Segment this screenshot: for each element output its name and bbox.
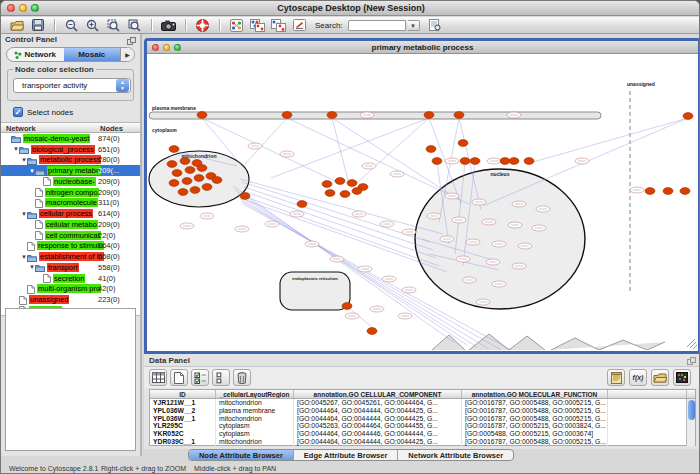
selected-network-node[interactable] bbox=[470, 158, 480, 165]
tree-row[interactable]: ▼metabolic process280(0) bbox=[1, 155, 140, 166]
network-edge[interactable] bbox=[351, 118, 429, 188]
selected-network-node[interactable] bbox=[197, 165, 207, 172]
snapshot-camera-icon[interactable] bbox=[159, 18, 178, 33]
selected-network-node[interactable] bbox=[297, 201, 307, 208]
selected-network-node[interactable] bbox=[194, 175, 204, 182]
zoom-selected-icon[interactable] bbox=[104, 18, 123, 33]
window-titlebar[interactable]: Cytoscape Desktop (New Session) bbox=[1, 1, 700, 16]
tree-row[interactable]: ▼biological_process651(0) bbox=[1, 144, 140, 155]
network-view-titlebar[interactable]: primary metabolic process bbox=[147, 41, 698, 54]
search-dropdown-icon[interactable]: ▼ bbox=[408, 20, 420, 31]
selected-network-node[interactable] bbox=[454, 112, 464, 119]
table-row[interactable]: YDR039C__1mitochondrion[GO:0044464, GO:0… bbox=[150, 438, 695, 446]
create-network-from-selection-icon[interactable] bbox=[248, 18, 267, 33]
selected-network-node[interactable] bbox=[340, 191, 350, 198]
function-builder-icon[interactable]: f(x) bbox=[629, 369, 647, 386]
selected-network-node[interactable] bbox=[190, 187, 200, 194]
table-row[interactable]: YKR052Ccytoplasm[GO:0044464, GO:0044446,… bbox=[150, 430, 695, 438]
network-edge[interactable] bbox=[271, 118, 429, 178]
selected-network-node[interactable] bbox=[202, 184, 212, 191]
selected-network-node[interactable] bbox=[426, 146, 436, 153]
float-panel-icon[interactable] bbox=[127, 31, 136, 49]
selected-network-node[interactable] bbox=[182, 178, 192, 185]
delete-attribute-icon[interactable] bbox=[233, 369, 251, 386]
selected-network-node[interactable] bbox=[342, 303, 352, 310]
close-window-icon[interactable] bbox=[7, 4, 15, 12]
minimize-window-icon[interactable] bbox=[19, 4, 27, 12]
network-manager-icon[interactable] bbox=[227, 18, 246, 33]
table-scrollbar[interactable] bbox=[686, 399, 695, 446]
selected-network-node[interactable] bbox=[335, 178, 345, 185]
table-row[interactable]: YPL036W__1mitochondrion[GO:0044464, GO:0… bbox=[150, 415, 695, 423]
tree-row[interactable]: nucleobase-209(0) bbox=[1, 176, 140, 187]
help-lifering-icon[interactable] bbox=[193, 18, 212, 33]
resize-grip-icon[interactable] bbox=[693, 345, 697, 349]
annotation-icon[interactable] bbox=[290, 18, 309, 33]
selected-network-node[interactable] bbox=[524, 158, 534, 165]
selected-network-node[interactable] bbox=[352, 188, 362, 195]
selected-network-node[interactable] bbox=[212, 177, 222, 184]
tree-row[interactable]: macromolecule311(0) bbox=[1, 198, 140, 209]
selected-network-node[interactable] bbox=[178, 189, 188, 196]
select-nodes-checkbox[interactable]: ✓ bbox=[13, 107, 23, 117]
tab-network-attribute-browser[interactable]: Network Attribute Browser bbox=[398, 450, 513, 460]
tree-row[interactable]: cellular metabo209(0) bbox=[1, 219, 140, 230]
selected-network-node[interactable] bbox=[645, 188, 655, 195]
selected-network-node[interactable] bbox=[325, 190, 335, 197]
tab-mosaic[interactable]: Mosaic bbox=[64, 48, 121, 61]
birdseye-view-panel[interactable] bbox=[5, 308, 136, 451]
notepad-icon[interactable] bbox=[607, 369, 625, 386]
tree-row[interactable]: nitrogen compo209(0) bbox=[1, 187, 140, 198]
zoom-in-icon[interactable] bbox=[83, 18, 102, 33]
column-header[interactable]: annotation.GO CELLULAR_COMPONENT bbox=[294, 390, 462, 398]
selected-network-node[interactable] bbox=[458, 140, 468, 147]
search-input[interactable] bbox=[348, 20, 406, 31]
zoom-out-icon[interactable] bbox=[62, 18, 81, 33]
node-color-dropdown[interactable]: transporter activity ▲▼ bbox=[13, 78, 131, 93]
selected-network-node[interactable] bbox=[172, 170, 182, 177]
column-header[interactable]: annotation.GO MOLECULAR_FUNCTION bbox=[462, 390, 608, 398]
selected-network-node[interactable] bbox=[500, 158, 510, 165]
attribute-matrix-icon[interactable] bbox=[673, 369, 691, 386]
selected-network-node[interactable] bbox=[460, 158, 470, 165]
tree-row[interactable]: response to stimulu264(0) bbox=[1, 241, 140, 252]
tree-row[interactable]: ▼establishment of lo558(0) bbox=[1, 251, 140, 262]
table-row[interactable]: YLR295Ccytoplasm[GO:0045263, GO:0044464,… bbox=[150, 422, 695, 430]
selected-network-node[interactable] bbox=[197, 112, 207, 119]
column-header[interactable]: ID bbox=[150, 390, 216, 398]
table-row[interactable]: YJR121W__1mitochondrion[GO:0045267, GO:0… bbox=[150, 399, 695, 407]
tab-network[interactable]: Network bbox=[7, 48, 64, 61]
more-tabs-icon[interactable]: ▶ bbox=[120, 48, 134, 61]
selected-network-node[interactable] bbox=[169, 180, 179, 187]
selected-network-node[interactable] bbox=[240, 193, 250, 200]
plasma-membrane-region[interactable] bbox=[149, 112, 601, 119]
column-header[interactable]: _cellularLayoutRegion bbox=[216, 390, 294, 398]
attribute-table-icon[interactable] bbox=[149, 369, 167, 386]
selected-network-node[interactable] bbox=[347, 180, 357, 187]
selected-network-node[interactable] bbox=[185, 167, 195, 174]
selected-network-node[interactable] bbox=[282, 112, 292, 119]
selected-network-node[interactable] bbox=[167, 161, 177, 168]
tree-row[interactable]: ▼primary metabo209(... bbox=[1, 165, 140, 176]
table-scrollbar-thumb[interactable] bbox=[688, 400, 695, 420]
resize-grip-icon[interactable] bbox=[687, 339, 695, 347]
selected-network-node[interactable] bbox=[180, 158, 190, 165]
tree-row[interactable]: ▼cellular process614(0) bbox=[1, 208, 140, 219]
selected-network-node[interactable] bbox=[509, 158, 519, 165]
attribute-table-header[interactable]: ID_cellularLayoutRegionannotation.GO CEL… bbox=[150, 390, 695, 399]
tree-row[interactable]: ▼transport558(0) bbox=[1, 262, 140, 273]
selected-network-node[interactable] bbox=[432, 158, 442, 165]
network-canvas[interactable]: plasma membranecytoplasmmitochondrionnuc… bbox=[147, 54, 698, 350]
network-edge[interactable] bbox=[533, 118, 688, 162]
selected-network-node[interactable] bbox=[680, 188, 690, 195]
minimize-view-icon[interactable] bbox=[163, 44, 170, 51]
zoom-window-icon[interactable] bbox=[31, 4, 39, 12]
selected-network-node[interactable] bbox=[169, 146, 179, 153]
select-attributes-icon[interactable] bbox=[191, 369, 209, 386]
open-folder-icon[interactable] bbox=[7, 18, 26, 33]
network-edge[interactable] bbox=[332, 118, 349, 184]
advanced-search-icon[interactable] bbox=[426, 18, 445, 33]
selected-network-node[interactable] bbox=[683, 113, 693, 120]
close-view-icon[interactable] bbox=[152, 44, 159, 51]
table-row[interactable]: YPL036W__2plasma membrane[GO:0044464, GO… bbox=[150, 407, 695, 415]
